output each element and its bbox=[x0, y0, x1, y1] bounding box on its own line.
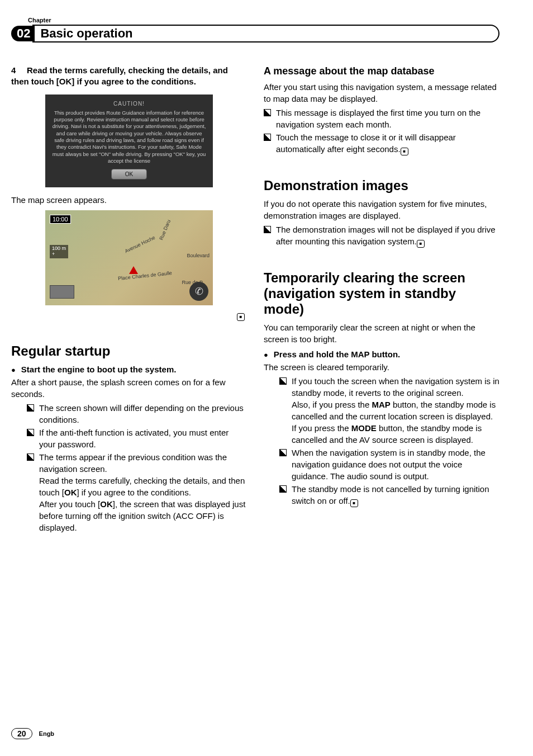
chapter-header: 02 Basic operation bbox=[11, 25, 499, 42]
list-item: The screen shown will differ depending o… bbox=[27, 402, 247, 426]
ok-button[interactable]: OK bbox=[111, 169, 147, 179]
section-end-icon: ■ bbox=[350, 499, 358, 507]
left-column: 4Read the terms carefully, checking the … bbox=[11, 65, 247, 535]
list-item: The demonstration images will not be dis… bbox=[264, 224, 499, 248]
list-item: Touch the message to close it or it will… bbox=[264, 131, 499, 155]
caution-dialog: CAUTION! This product provides Route Gui… bbox=[45, 94, 213, 188]
chapter-number-badge: 02 bbox=[11, 26, 35, 41]
standby-result: The screen is cleared temporarily. bbox=[264, 361, 499, 373]
language-label: Engb bbox=[39, 730, 55, 737]
step-number: 4 bbox=[11, 65, 27, 76]
standby-notes: If you touch the screen when the navigat… bbox=[279, 375, 499, 507]
start-engine-bullet: Start the engine to boot up the system. bbox=[11, 363, 247, 375]
page-footer: 20 Engb bbox=[11, 728, 54, 739]
splash-intro: After a short pause, the splash screen c… bbox=[11, 376, 247, 400]
standby-intro: You can temporarily clear the screen at … bbox=[264, 322, 499, 345]
section-end-icon: ■ bbox=[401, 148, 408, 155]
list-item: When the navigation system is in standby… bbox=[279, 447, 499, 482]
map-database-intro: After you start using this navigation sy… bbox=[264, 81, 499, 105]
map-screenshot: 10:00 100 m+ ✆ Boulevard Place Charles d… bbox=[45, 210, 213, 305]
map-database-heading: A message about the map database bbox=[264, 65, 499, 78]
list-item: If you touch the screen when the navigat… bbox=[279, 375, 499, 446]
section-end-icon: ■ bbox=[237, 313, 245, 321]
chapter-title: Basic operation bbox=[32, 25, 499, 42]
demo-intro: If you do not operate this navigation sy… bbox=[264, 198, 499, 221]
regular-startup-heading: Regular startup bbox=[11, 343, 247, 359]
map-street-labels: Boulevard Place Charles de Gaulle Rue Da… bbox=[45, 210, 213, 305]
map-appears-text: The map screen appears. bbox=[11, 194, 247, 206]
press-map-bullet: Press and hold the MAP button. bbox=[264, 348, 499, 360]
list-item: If the anti-theft function is activated,… bbox=[27, 427, 247, 450]
page-number-badge: 20 bbox=[11, 728, 32, 739]
list-item: The terms appear if the previous conditi… bbox=[27, 451, 247, 533]
chapter-label: Chapter bbox=[28, 17, 499, 23]
caution-title: CAUTION! bbox=[51, 100, 207, 107]
demo-notes: The demonstration images will not be dis… bbox=[264, 224, 499, 248]
list-item: This message is displayed the first time… bbox=[264, 107, 499, 130]
caution-body: This product provides Route Guidance inf… bbox=[51, 110, 207, 165]
regular-startup-notes: The screen shown will differ depending o… bbox=[27, 402, 247, 533]
list-item: The standby mode is not cancelled by tur… bbox=[279, 483, 499, 507]
demonstration-images-heading: Demonstration images bbox=[264, 178, 499, 193]
standby-heading: Temporarily clearing the screen (navigat… bbox=[264, 270, 499, 317]
section-end-icon: ■ bbox=[417, 240, 425, 248]
step-4-heading: 4Read the terms carefully, checking the … bbox=[11, 65, 247, 88]
right-column: A message about the map database After y… bbox=[264, 65, 499, 535]
map-database-notes: This message is displayed the first time… bbox=[264, 107, 499, 155]
